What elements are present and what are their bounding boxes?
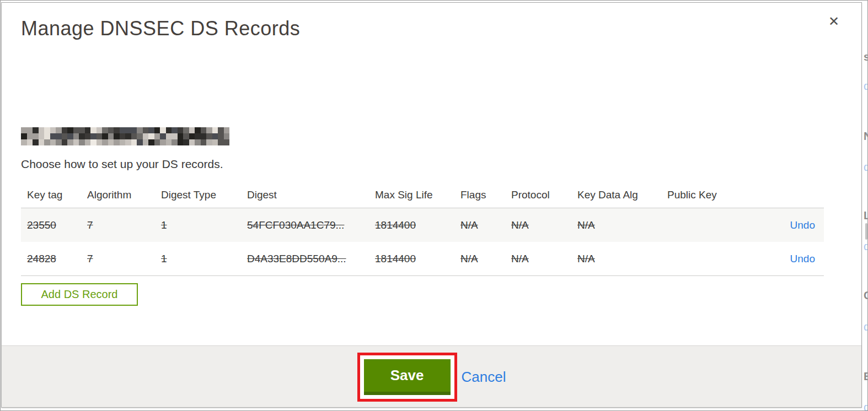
- redaction-pixel: [120, 127, 126, 133]
- background-text-fragment: d: [864, 401, 868, 411]
- redaction-pixel: [67, 139, 73, 145]
- redaction-pixel: [44, 127, 50, 133]
- cancel-link[interactable]: Cancel: [462, 369, 506, 386]
- redaction-pixel: [85, 127, 91, 133]
- undo-link[interactable]: Undo: [790, 219, 824, 231]
- redaction-pixel: [97, 139, 103, 145]
- redaction-pixel: [201, 127, 207, 133]
- redaction-pixel: [56, 133, 62, 139]
- redaction-pixel: [224, 127, 230, 133]
- redaction-pixel: [218, 127, 224, 133]
- redaction-pixel: [189, 127, 195, 133]
- redaction-pixel: [131, 139, 137, 145]
- redaction-pixel: [27, 133, 33, 139]
- redaction-pixel: [195, 127, 201, 133]
- annotation-highlight-box: Save: [357, 353, 457, 402]
- redaction-pixel: [102, 139, 108, 145]
- redaction-pixel: [114, 139, 120, 145]
- table-cell: 1814400: [375, 219, 460, 231]
- column-header-key-data-alg: Key Data Alg: [577, 189, 667, 201]
- close-icon[interactable]: ✕: [828, 15, 839, 28]
- redaction-pixel: [97, 127, 103, 133]
- redaction-pixel: [33, 133, 39, 139]
- redacted-domain-name: [21, 127, 229, 145]
- redaction-pixel: [148, 127, 154, 133]
- redaction-pixel: [212, 133, 218, 139]
- dnssec-ds-records-dialog: Manage DNSSEC DS Records ✕ Choose how to…: [1, 2, 862, 408]
- redaction-pixel: [62, 133, 68, 139]
- redaction-pixel: [206, 139, 212, 145]
- redaction-pixel: [21, 133, 27, 139]
- redaction-pixel: [143, 139, 149, 145]
- redaction-pixel: [39, 133, 45, 139]
- redaction-pixel: [154, 133, 160, 139]
- redaction-pixel: [137, 127, 143, 133]
- ds-records-table: Key tagAlgorithmDigest TypeDigestMax Sig…: [21, 182, 824, 276]
- redaction-pixel: [143, 127, 149, 133]
- redaction-pixel: [50, 139, 56, 145]
- redaction-pixel: [183, 133, 189, 139]
- table-cell: D4A33E8DD550A9...: [247, 253, 375, 265]
- instruction-text: Choose how to set up your DS records.: [21, 158, 223, 171]
- redaction-pixel: [172, 133, 178, 139]
- table-cell: 1: [161, 219, 247, 231]
- redaction-pixel: [154, 127, 160, 133]
- redaction-pixel: [125, 127, 131, 133]
- column-header-max-sig-life: Max Sig Life: [375, 189, 460, 201]
- redaction-pixel: [27, 127, 33, 133]
- redaction-pixel: [125, 139, 131, 145]
- redaction-pixel: [73, 139, 79, 145]
- redaction-pixel: [160, 127, 166, 133]
- redaction-pixel: [172, 127, 178, 133]
- redaction-pixel: [79, 139, 85, 145]
- redaction-pixel: [21, 139, 27, 145]
- redaction-pixel: [44, 139, 50, 145]
- redaction-pixel: [120, 139, 126, 145]
- redaction-pixel: [189, 133, 195, 139]
- background-text-fragment: d: [864, 80, 868, 93]
- redaction-pixel: [90, 127, 97, 133]
- redaction-pixel: [224, 133, 230, 139]
- redaction-pixel: [206, 133, 212, 139]
- redaction-pixel: [189, 139, 195, 145]
- column-header-digest-type: Digest Type: [161, 189, 247, 201]
- redaction-pixel: [44, 133, 50, 139]
- table-cell: N/A: [577, 253, 667, 265]
- redaction-pixel: [131, 127, 137, 133]
- redaction-pixel: [166, 139, 172, 145]
- background-text-fragment: d: [864, 321, 868, 333]
- undo-link[interactable]: Undo: [790, 253, 824, 265]
- add-ds-record-button[interactable]: Add DS Record: [21, 283, 138, 306]
- redaction-pixel: [21, 127, 27, 133]
- redaction-pixel: [218, 133, 224, 139]
- table-cell: 23550: [21, 219, 87, 231]
- redaction-pixel: [212, 139, 218, 145]
- redaction-pixel: [90, 133, 97, 139]
- redaction-pixel: [85, 133, 91, 139]
- redaction-pixel: [148, 139, 154, 145]
- redaction-pixel: [178, 127, 184, 133]
- redaction-pixel: [79, 127, 85, 133]
- page-scrollbar-thumb[interactable]: [865, 223, 867, 240]
- background-text-fragment: L: [864, 209, 868, 222]
- redaction-pixel: [218, 139, 224, 145]
- redaction-pixel: [201, 133, 207, 139]
- column-header-public-key: Public Key: [667, 189, 824, 201]
- dialog-footer: Save Cancel: [2, 345, 861, 407]
- table-cell: 24828: [21, 253, 87, 265]
- redaction-pixel: [160, 139, 166, 145]
- redaction-pixel: [178, 133, 184, 139]
- redaction-pixel: [195, 133, 201, 139]
- table-cell: N/A: [511, 253, 577, 265]
- redaction-pixel: [50, 133, 56, 139]
- redaction-pixel: [212, 127, 218, 133]
- table-cell: 7: [87, 253, 161, 265]
- redaction-pixel: [206, 127, 212, 133]
- redaction-pixel: [183, 139, 189, 145]
- table-cell: N/A: [460, 253, 511, 265]
- redaction-pixel: [50, 127, 56, 133]
- redaction-pixel: [27, 139, 33, 145]
- redaction-pixel: [160, 133, 166, 139]
- background-text-fragment: d: [864, 240, 868, 253]
- save-button[interactable]: Save: [364, 359, 451, 395]
